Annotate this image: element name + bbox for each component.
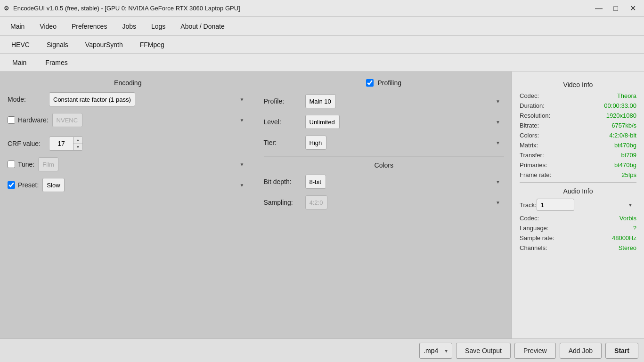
sampling-select-wrapper: 4:2:0 xyxy=(305,195,505,209)
info-resolution-value: 1920x1080 xyxy=(606,112,636,119)
hardware-row: Hardware: NVENC xyxy=(8,113,248,127)
tab-frames[interactable]: Frames xyxy=(37,56,76,69)
audio-language: Language: ? xyxy=(520,225,636,232)
sampling-label: Sampling: xyxy=(264,199,302,206)
start-button[interactable]: Start xyxy=(605,343,638,359)
close-button[interactable]: ✕ xyxy=(625,2,640,15)
menu-item-logs[interactable]: Logs xyxy=(145,20,172,33)
codec-tab-signals[interactable]: Signals xyxy=(39,39,76,51)
audio-track-row: Track: 1 xyxy=(520,199,636,211)
preset-select[interactable]: Slow xyxy=(42,178,65,192)
bottom-bar: .mp4 Save Output Preview Add Job Start xyxy=(0,338,644,362)
audio-channels-value: Stereo xyxy=(619,244,636,251)
ext-select[interactable]: .mp4 xyxy=(419,343,452,359)
sampling-select[interactable]: 4:2:0 xyxy=(305,195,327,209)
tune-checkbox[interactable] xyxy=(8,161,15,168)
crf-row: CRF value: ▲ ▼ xyxy=(8,137,248,151)
info-codec: Codec: Theora xyxy=(520,92,636,99)
menu-item-preferences[interactable]: Preferences xyxy=(65,20,114,33)
profiling-colors-panel: Profiling Profile: Main 10 Level: Unlimi… xyxy=(256,72,513,338)
tab-main[interactable]: Main xyxy=(4,56,35,69)
info-transfer-key: Transfer: xyxy=(520,152,544,159)
preset-select-wrapper: Slow xyxy=(42,178,248,192)
audio-codec-key: Codec: xyxy=(520,215,539,222)
info-codec-value: Theora xyxy=(617,92,636,99)
info-primaries-key: Primaries: xyxy=(520,161,547,169)
divider-1 xyxy=(264,156,505,157)
audio-info-title: Audio Info xyxy=(520,187,636,195)
info-duration-key: Duration: xyxy=(520,102,545,109)
app-icon: ⚙ xyxy=(4,5,9,12)
info-primaries-value: bt470bg xyxy=(614,161,636,169)
profile-select[interactable]: Main 10 xyxy=(305,94,336,108)
codec-tab-hevc[interactable]: HEVC xyxy=(4,39,37,51)
tune-checkbox-label[interactable]: Tune: xyxy=(8,161,34,168)
tune-select-wrapper: Film xyxy=(38,157,248,171)
crf-label: CRF value: xyxy=(8,140,45,147)
mode-select-wrapper: Constant rate factor (1 pass) xyxy=(49,92,248,106)
video-info-title: Video Info xyxy=(520,81,636,88)
info-bitrate: Bitrate: 6757kb/s xyxy=(520,122,636,129)
preset-checkbox-label[interactable]: Preset: xyxy=(8,181,39,189)
hardware-checkbox-label[interactable]: Hardware: xyxy=(8,116,49,124)
main-content: Encoding Mode: Constant rate factor (1 p… xyxy=(0,72,644,338)
info-colors-key: Colors: xyxy=(520,132,539,139)
audio-language-key: Language: xyxy=(520,225,548,232)
profiling-header-row: Profiling xyxy=(264,79,505,87)
info-matrix-key: Matrix: xyxy=(520,142,538,149)
tier-select-wrapper: High xyxy=(305,136,505,150)
bit-depth-label: Bit depth: xyxy=(264,178,302,185)
info-divider xyxy=(520,182,636,183)
info-transfer-value: bt709 xyxy=(621,152,636,159)
profile-label: Profile: xyxy=(264,97,302,105)
tune-row: Tune: Film xyxy=(8,157,248,171)
audio-track-select[interactable]: 1 xyxy=(537,199,574,211)
level-select[interactable]: Unlimited xyxy=(305,115,340,129)
colors-section-title: Colors xyxy=(264,161,505,169)
tune-select[interactable]: Film xyxy=(38,157,58,171)
menu-item-video[interactable]: Video xyxy=(33,20,63,33)
hardware-checkbox[interactable] xyxy=(8,116,15,124)
info-resolution-key: Resolution: xyxy=(520,112,550,119)
level-label: Level: xyxy=(264,118,302,126)
sampling-row: Sampling: 4:2:0 xyxy=(264,195,505,209)
preset-checkbox[interactable] xyxy=(8,181,15,189)
info-bitrate-key: Bitrate: xyxy=(520,122,539,129)
menu-item-jobs[interactable]: Jobs xyxy=(115,20,143,33)
menu-item-about-donate[interactable]: About / Donate xyxy=(174,20,231,33)
info-codec-key: Codec: xyxy=(520,92,539,99)
info-primaries: Primaries: bt470bg xyxy=(520,161,636,169)
codec-tab-vapoursynth[interactable]: VapourSynth xyxy=(78,39,130,51)
crf-spin-buttons: ▲ ▼ xyxy=(73,137,82,151)
crf-up-button[interactable]: ▲ xyxy=(73,137,82,144)
crf-input[interactable] xyxy=(49,140,73,147)
title-bar-controls: — □ ✕ xyxy=(591,2,640,15)
title-bar-left: ⚙ EncodeGUI v1.0.5 (free, stable) - [GPU… xyxy=(4,5,240,12)
info-matrix: Matrix: bt470bg xyxy=(520,142,636,149)
menu-item-main[interactable]: Main xyxy=(4,20,31,33)
level-select-wrapper: Unlimited xyxy=(305,115,505,129)
mode-select[interactable]: Constant rate factor (1 pass) xyxy=(49,92,135,106)
bit-depth-select[interactable]: 8-bit xyxy=(305,175,326,189)
audio-codec: Codec: Vorbis xyxy=(520,215,636,222)
tier-select[interactable]: High xyxy=(305,136,326,150)
section-tab-bar: Main Frames xyxy=(0,54,644,72)
info-matrix-value: bt470bg xyxy=(614,142,636,149)
codec-tab-ffmpeg[interactable]: FFMpeg xyxy=(132,39,172,51)
audio-channels-key: Channels: xyxy=(520,244,547,251)
mode-row: Mode: Constant rate factor (1 pass) xyxy=(8,92,248,106)
info-framerate: Frame rate: 25fps xyxy=(520,171,636,178)
add-job-button[interactable]: Add Job xyxy=(560,343,602,359)
codec-tab-bar: HEVC Signals VapourSynth FFMpeg xyxy=(0,36,644,54)
tier-label: Tier: xyxy=(264,139,302,146)
tier-row: Tier: High xyxy=(264,136,505,150)
maximize-button[interactable]: □ xyxy=(608,2,623,15)
crf-down-button[interactable]: ▼ xyxy=(73,144,82,151)
save-output-button[interactable]: Save Output xyxy=(456,343,511,359)
audio-samplerate-value: 48000Hz xyxy=(612,234,636,241)
preview-button[interactable]: Preview xyxy=(514,343,556,359)
profiling-checkbox[interactable] xyxy=(366,79,374,87)
minimize-button[interactable]: — xyxy=(591,2,606,15)
hardware-select[interactable]: NVENC xyxy=(52,113,82,127)
audio-samplerate-key: Sample rate: xyxy=(520,234,554,241)
